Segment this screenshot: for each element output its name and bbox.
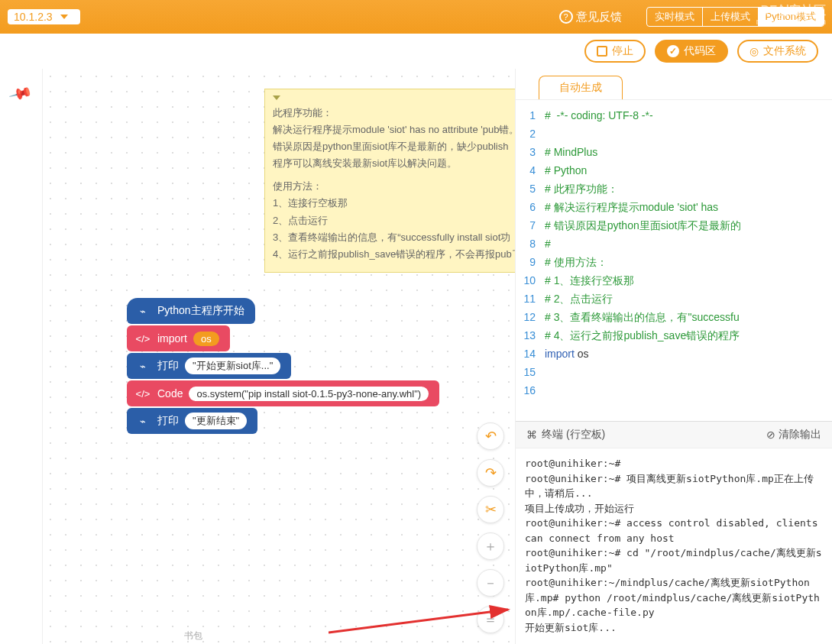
note-collapse-icon[interactable] xyxy=(273,95,280,100)
line-number: 11 xyxy=(516,290,545,308)
zoom-in-button[interactable]: ＋ xyxy=(477,532,504,560)
comment-note[interactable]: 此程序功能： 解决运行程序提示module 'siot' has no attr… xyxy=(264,89,515,273)
block-print[interactable]: ⌁ 打印 "更新结束" xyxy=(127,408,257,434)
line-number: 5 xyxy=(516,180,545,198)
mode-upload[interactable]: 上传模式 xyxy=(703,8,758,26)
code-line: 8# xyxy=(516,235,832,253)
code-tabs: 自动生成 xyxy=(516,69,832,99)
code-line: 14import os xyxy=(516,345,832,363)
pin-icon[interactable]: 📌 xyxy=(8,80,34,105)
code-line: 11# 2、点击运行 xyxy=(516,290,832,308)
code-line: 7# 错误原因是python里面siot库不是最新的 xyxy=(516,216,832,235)
code-text: # 使用方法： xyxy=(545,253,607,271)
note-line: 1、连接行空板那 xyxy=(273,195,515,212)
terminal-output[interactable]: root@unihiker:~# root@unihiker:~# 项目离线更新… xyxy=(516,448,832,644)
block-arg[interactable]: os xyxy=(193,332,219,346)
python-icon: ⌁ xyxy=(134,358,151,374)
undo-button[interactable]: ↶ xyxy=(477,422,504,450)
line-number: 6 xyxy=(516,198,545,216)
python-icon: ⌁ xyxy=(134,303,151,319)
redo-button[interactable]: ↷ xyxy=(477,459,504,487)
code-text: # 错误原因是python里面siot库不是最新的 xyxy=(545,216,742,235)
line-number: 4 xyxy=(516,161,545,180)
block-keyword: 打印 xyxy=(157,359,179,373)
block-print[interactable]: ⌁ 打印 "开始更新siot库..." xyxy=(127,353,291,379)
left-rail: 📌 xyxy=(0,69,43,644)
toolbar: 停止 ✓ 代码区 文件系统 xyxy=(0,34,832,69)
feedback-label: 意见反馈 xyxy=(576,10,622,24)
code-text: # 3、查看终端输出的信息，有"successfu xyxy=(545,308,740,326)
code-text: import os xyxy=(545,345,589,363)
spacer xyxy=(273,172,515,178)
line-number: 2 xyxy=(516,125,545,143)
note-line: 错误原因是python里面siot库不是最新的，缺少publish xyxy=(273,138,515,155)
code-line: 15 xyxy=(516,363,832,381)
code-text: # 4、运行之前报publish_save错误的程序 xyxy=(545,326,740,345)
note-use-title: 使用方法： xyxy=(273,178,515,195)
broom-icon: ⊘ xyxy=(766,429,775,441)
brand-url: mc.DFRobot.com.cn xyxy=(756,18,826,27)
code-line: 13# 4、运行之前报publish_save错误的程序 xyxy=(516,326,832,345)
tab-auto-generate[interactable]: 自动生成 xyxy=(539,76,623,99)
code-text: # 此程序功能： xyxy=(545,180,618,198)
line-number: 7 xyxy=(516,216,545,235)
stop-label: 停止 xyxy=(612,44,633,58)
block-keyword: 打印 xyxy=(157,414,179,428)
code-text: # 2、点击运行 xyxy=(545,290,613,308)
note-line: 2、点击运行 xyxy=(273,212,515,229)
block-main-start[interactable]: ⌁ Python主程序开始 xyxy=(127,298,255,324)
mode-realtime[interactable]: 实时模式 xyxy=(647,8,702,26)
block-stack: ⌁ Python主程序开始 </> import os ⌁ 打印 "开始更新si… xyxy=(127,298,439,435)
line-number: 13 xyxy=(516,326,545,345)
terminal-title: 终端 (行空板) xyxy=(542,428,605,442)
code-line: 4# Python xyxy=(516,161,832,180)
note-line: 程序可以离线安装最新siot库以解决问题。 xyxy=(273,155,515,172)
block-keyword: Code xyxy=(157,387,183,400)
code-line: 3# MindPlus xyxy=(516,143,832,161)
version-selector[interactable]: 10.1.2.3 xyxy=(8,9,80,24)
stop-button[interactable]: 停止 xyxy=(584,40,646,63)
code-text: # 解决运行程序提示module 'siot' has xyxy=(545,198,721,216)
line-number: 14 xyxy=(516,345,545,363)
block-import[interactable]: </> import os xyxy=(127,325,230,351)
code-line: 9# 使用方法： xyxy=(516,253,832,271)
code-area-button[interactable]: ✓ 代码区 xyxy=(655,40,728,63)
code-text: # Python xyxy=(545,161,587,180)
clear-label: 清除输出 xyxy=(779,428,821,442)
code-text: # xyxy=(545,235,551,253)
line-number: 9 xyxy=(516,253,545,271)
block-arg[interactable]: "更新结束" xyxy=(185,413,247,429)
zoom-out-button[interactable]: － xyxy=(477,569,504,597)
terminal-icon: ⌘ xyxy=(526,429,537,441)
filesystem-label: 文件系统 xyxy=(763,44,806,58)
code-area-label: 代码区 xyxy=(684,44,716,58)
line-number: 8 xyxy=(516,235,545,253)
code-editor[interactable]: 1# -*- coding: UTF-8 -*-23# MindPlus4# P… xyxy=(516,99,832,421)
backpack-label[interactable]: 书包 xyxy=(184,629,202,642)
version-text: 10.1.2.3 xyxy=(14,11,53,23)
code-line: 5# 此程序功能： xyxy=(516,180,832,198)
code-line: 6# 解决运行程序提示module 'siot' has xyxy=(516,198,832,216)
note-line: 4、运行之前报publish_save错误的程序，不会再报pub了。 xyxy=(273,246,515,263)
code-line: 12# 3、查看终端输出的信息，有"successfu xyxy=(516,308,832,326)
clear-output-button[interactable]: ⊘ 清除输出 xyxy=(766,428,821,442)
stop-icon xyxy=(597,46,607,57)
block-workspace[interactable]: 此程序功能： 解决运行程序提示module 'siot' has no attr… xyxy=(43,69,515,644)
block-label: Python主程序开始 xyxy=(157,304,244,318)
feedback-link[interactable]: ? 意见反馈 xyxy=(559,10,622,24)
python-icon: ⌁ xyxy=(134,413,151,429)
zoom-fit-button[interactable]: ＝ xyxy=(477,606,504,633)
note-title: 此程序功能： xyxy=(273,105,515,121)
chevron-down-icon xyxy=(60,15,68,19)
line-number: 1 xyxy=(516,106,545,125)
block-arg[interactable]: "开始更新siot库..." xyxy=(185,358,280,374)
code-line: 1# -*- coding: UTF-8 -*- xyxy=(516,106,832,125)
note-line: 解决运行程序提示module 'siot' has no attribute '… xyxy=(273,121,515,138)
block-arg[interactable]: os.system("pip install siot-0.1.5-py3-no… xyxy=(189,387,429,401)
crop-button[interactable]: ✂ xyxy=(477,496,504,523)
code-text: # MindPlus xyxy=(545,143,597,161)
question-icon: ? xyxy=(559,10,573,24)
code-icon: </> xyxy=(134,330,151,347)
block-code[interactable]: </> Code os.system("pip install siot-0.1… xyxy=(127,380,439,406)
filesystem-button[interactable]: 文件系统 xyxy=(737,40,818,63)
